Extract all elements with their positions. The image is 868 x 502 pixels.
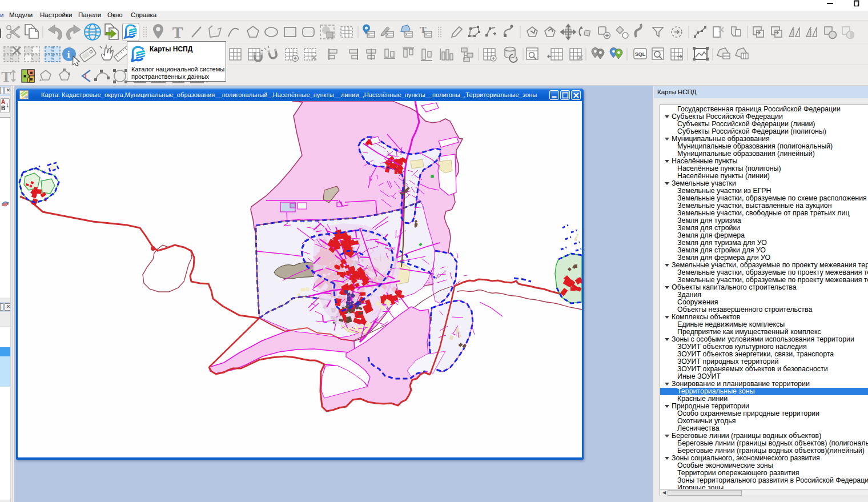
svg-text:T: T	[172, 23, 183, 41]
svg-text:T: T	[1, 69, 11, 85]
svg-text:SQL: SQL	[635, 51, 646, 57]
svg-text:i: i	[67, 49, 70, 60]
